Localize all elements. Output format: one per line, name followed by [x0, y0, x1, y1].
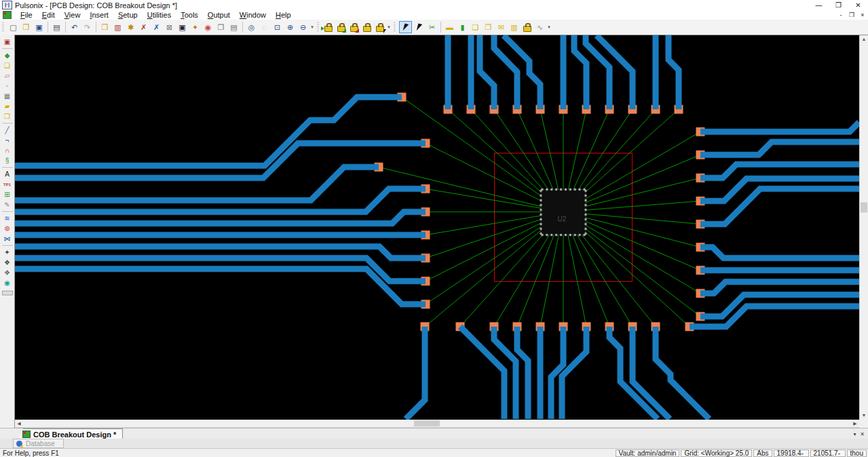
- connection-check-tool[interactable]: ⋈: [1, 234, 14, 244]
- toolbar-grip[interactable]: [2, 22, 4, 32]
- shape-outline-tool[interactable]: ▱: [1, 71, 14, 81]
- swap-curve-button[interactable]: ∿: [534, 22, 546, 33]
- line-tool[interactable]: ╱: [1, 125, 14, 135]
- scroll-left-arrow[interactable]: ◀: [15, 420, 23, 427]
- zoom-in-button[interactable]: ⊕: [284, 22, 296, 33]
- toolbar-grip[interactable]: [394, 22, 396, 32]
- toolstrip-collapse-handle[interactable]: [2, 291, 13, 295]
- database-tab[interactable]: Database: [13, 439, 64, 448]
- undo-button[interactable]: ↶: [69, 22, 80, 33]
- pin-lock-button[interactable]: [521, 22, 533, 33]
- chip-u2[interactable]: U2: [540, 189, 587, 236]
- toolbar-overflow-chevron[interactable]: ▾: [309, 24, 315, 30]
- horizontal-scroll-thumb[interactable]: [414, 420, 440, 426]
- unroute-button[interactable]: ✂: [426, 22, 438, 33]
- toolbar-grip[interactable]: [317, 22, 319, 32]
- select-star-tool[interactable]: ✦: [1, 247, 14, 257]
- alt-select-cursor-button[interactable]: [413, 22, 425, 33]
- vault-undo-checkout-button[interactable]: [348, 22, 360, 33]
- open-button[interactable]: ❒: [20, 22, 32, 33]
- print-button[interactable]: ▤: [51, 22, 62, 33]
- track-tool[interactable]: ¬: [1, 135, 14, 145]
- component-bin-button[interactable]: ▮: [457, 22, 468, 33]
- doc-stack-button[interactable]: ❐: [483, 22, 494, 33]
- shape-filled-tool[interactable]: ❏: [1, 60, 14, 71]
- chip-body[interactable]: [541, 189, 586, 235]
- vault-lock-select-button[interactable]: [374, 22, 385, 33]
- library-button[interactable]: ▥: [112, 22, 124, 33]
- trace[interactable]: [15, 167, 379, 200]
- trace[interactable]: [656, 327, 709, 419]
- new-button[interactable]: ▢: [7, 22, 19, 33]
- vault-lock-button[interactable]: [361, 22, 373, 33]
- menu-view[interactable]: View: [60, 10, 86, 20]
- display-button[interactable]: ▣: [176, 22, 188, 33]
- scroll-right-arrow[interactable]: ▶: [851, 420, 859, 427]
- dip-component-button[interactable]: ▥: [508, 22, 520, 33]
- trace[interactable]: [700, 282, 859, 293]
- copy-button[interactable]: ❐: [215, 22, 227, 33]
- route-tool-button[interactable]: ✗: [151, 22, 162, 33]
- component-tool[interactable]: §: [1, 156, 14, 166]
- measure-tool[interactable]: ✎: [1, 200, 14, 210]
- signal-wave-tool[interactable]: ≋: [1, 213, 14, 223]
- copper-pour-tool[interactable]: ❐: [1, 111, 14, 122]
- close-button[interactable]: ✕: [848, 1, 868, 9]
- menu-file[interactable]: File: [16, 10, 37, 20]
- menu-window[interactable]: Window: [235, 10, 271, 20]
- trace[interactable]: [668, 35, 679, 109]
- tab-cob-breakout-design[interactable]: COB Breakout Design *: [18, 428, 123, 439]
- scroll-down-arrow[interactable]: ▼: [860, 412, 868, 420]
- scroll-up-arrow[interactable]: ▲: [860, 35, 868, 43]
- teardrop-tool[interactable]: ◉: [1, 278, 14, 288]
- mail-drawing-button[interactable]: ✉: [495, 22, 507, 33]
- colors-button[interactable]: ◉: [202, 22, 214, 33]
- toolbar-overflow-chevron[interactable]: ▾: [386, 24, 392, 30]
- mdi-restore-button[interactable]: ❐: [846, 12, 857, 18]
- pan-view-button[interactable]: ◌: [259, 22, 270, 33]
- pcb-canvas[interactable]: U2: [15, 35, 859, 420]
- trace[interactable]: [700, 142, 859, 155]
- trace[interactable]: [15, 143, 426, 178]
- cam-plot-button[interactable]: ⊠: [164, 22, 175, 33]
- measure-button[interactable]: ▬: [444, 22, 455, 33]
- minimize-button[interactable]: —: [809, 1, 829, 9]
- report-button[interactable]: ▤: [228, 22, 240, 33]
- toolbar-overflow-chevron[interactable]: ▾: [546, 24, 552, 30]
- technology-button[interactable]: ✱: [125, 22, 136, 33]
- footprint-tool[interactable]: ▣: [1, 37, 14, 47]
- horizontal-scrollbar[interactable]: ◀ ▶: [15, 420, 859, 428]
- save-button[interactable]: ▣: [33, 22, 45, 33]
- select-area-tool[interactable]: ▫: [1, 81, 14, 91]
- zoom-out-button[interactable]: ⊖: [297, 22, 309, 33]
- select-group-tool[interactable]: ❖: [1, 268, 14, 278]
- tab-close-button[interactable]: ✕: [858, 431, 866, 437]
- arc-tool[interactable]: ∩: [1, 145, 14, 156]
- wizard-button[interactable]: ✦: [189, 22, 201, 33]
- vertical-scrollbar[interactable]: ▲ ▼: [859, 35, 868, 420]
- menu-tools[interactable]: Tools: [176, 10, 203, 20]
- testpoint-tool[interactable]: TP1: [1, 179, 14, 189]
- trace[interactable]: [597, 35, 633, 109]
- print-preview-button[interactable]: ◎: [246, 22, 257, 33]
- layer-stack-tool[interactable]: ⊜: [1, 223, 14, 234]
- vault-checkout-button[interactable]: [322, 22, 334, 33]
- trace[interactable]: [700, 122, 859, 132]
- open-folder-button[interactable]: ❒: [99, 22, 111, 33]
- shape-polygon-tool[interactable]: ◆: [1, 50, 14, 60]
- redo-button[interactable]: ↷: [81, 22, 93, 33]
- menu-edit[interactable]: Edit: [37, 10, 60, 20]
- mdi-close-button[interactable]: ×: [857, 12, 868, 18]
- zoom-window-button[interactable]: ⊡: [271, 22, 283, 33]
- dimension-tool[interactable]: ⊞: [1, 189, 14, 200]
- place-area-button[interactable]: ❏: [470, 22, 481, 33]
- board-outline-tool[interactable]: ▦: [1, 91, 14, 101]
- trace[interactable]: [633, 327, 670, 419]
- trace[interactable]: [504, 35, 540, 109]
- pcb-canvas-svg[interactable]: U2: [15, 35, 859, 420]
- menu-setup[interactable]: Setup: [113, 10, 143, 20]
- menu-output[interactable]: Output: [203, 10, 235, 20]
- menu-insert[interactable]: Insert: [85, 10, 113, 20]
- tab-list-button[interactable]: ▾: [851, 431, 858, 437]
- text-tool[interactable]: A: [1, 169, 14, 179]
